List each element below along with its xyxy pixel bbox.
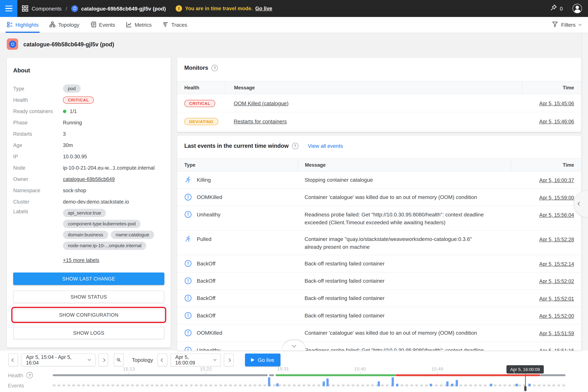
time-travel-banner: ! You are in time travel mode. Go live [176,5,272,12]
time-next-button[interactable] [224,354,234,366]
event-type: BackOff [197,260,216,266]
health-segment [276,374,396,376]
event-time-link[interactable]: Apr 5, 16:00:37 [539,178,574,183]
about-row-namespace: Namespace sock-shop [13,186,164,194]
event-message: Container 'catalogue' was killed due to … [298,193,511,201]
time-marker-handle[interactable] [524,386,526,391]
event-row: BackOff Back-off restarting failed conta… [177,272,581,290]
timeline-events-label: Events [8,382,24,388]
event-type: OOMKilled [197,330,222,336]
tab-traces[interactable]: Traces [163,17,187,33]
breadcrumb-components[interactable]: Components [32,6,62,12]
owner-link[interactable]: catalogue-69b58cb649 [63,176,115,182]
event-time-link[interactable]: Apr 5, 15:51:16 [539,348,574,350]
monitor-health-badge: CRITICAL [184,100,215,107]
tab-highlights[interactable]: Highlights [7,17,39,33]
zoom-out-button[interactable] [114,354,124,366]
about-actions: SHOW LAST CHANGE SHOW STATUS SHOW CONFIG… [13,272,164,339]
avatar[interactable] [572,4,582,13]
events-help-icon[interactable]: ? [292,142,298,149]
about-row-node: Node ip-10-0-21-204.eu-w...1.compute.int… [13,164,164,172]
event-bar [378,382,380,386]
event-time-link[interactable]: Apr 5, 15:52:00 [539,313,574,319]
monitor-message-link[interactable]: Restarts for containers [234,118,287,124]
event-type: BackOff [197,312,216,318]
go-live-link[interactable]: Go live [255,6,272,11]
view-all-events-link[interactable]: View all events [308,143,343,149]
event-type: OOMKilled [197,194,222,200]
filter-funnel-icon [552,22,558,28]
event-row: Pulled Container image "quay.io/stacksta… [177,231,581,255]
about-title: About [13,67,164,74]
hamburger-menu-button[interactable] [0,0,17,17]
event-type-icon [184,294,192,302]
event-time-link[interactable]: Apr 5, 15:51:59 [539,330,574,336]
current-time-dropdown[interactable]: Apr 5, 16:00:09 [170,354,221,366]
label-pill: component-type:kubernetes-pod [63,220,140,228]
event-time-link[interactable]: Apr 5, 15:52:28 [539,237,574,242]
tab-topology[interactable]: Topology [50,17,80,33]
filters-button[interactable]: Filters [552,17,581,33]
about-card: About Type pod Health CRITICAL Ready con… [7,58,171,348]
events-icon [90,21,96,28]
about-row-labels: Labels api_service:truecomponent-type:ku… [13,209,164,250]
time-prev-button[interactable] [158,354,167,366]
tab-metrics[interactable]: Metrics [126,17,152,33]
event-type-icon [184,176,192,184]
timeline-tick-label: 15:31 [277,366,289,372]
event-time-link[interactable]: Apr 5, 15:52:02 [539,278,574,284]
event-bar [451,384,454,386]
health-segment [396,374,540,376]
context-label: Topology [132,357,153,363]
show-logs-button[interactable]: SHOW LOGS [13,327,164,339]
about-row-cluster: Cluster demo-dev.demo.stackstate.io [13,198,164,206]
event-row: BackOff Back-off restarting failed conta… [177,307,581,324]
event-message: Container 'catalogue' was killed due to … [298,329,511,337]
chevron-down-icon [213,358,216,361]
chevron-left-icon [578,202,582,206]
tab-events[interactable]: Events [90,17,115,33]
event-type-icon [184,260,192,267]
event-time-link[interactable]: Apr 5, 15:52:14 [539,261,574,267]
label-pill: name:catalogue [111,231,154,239]
label-pill: api_service:true [63,209,106,217]
highlights-icon [7,21,13,28]
tab-label: Traces [171,22,187,28]
event-message: Back-off restarting failed container [298,260,511,268]
time-marker-tooltip: Apr 5, 16:00:09 [506,365,544,374]
type-pill: pod [63,84,80,93]
monitors-help-icon[interactable]: ? [212,65,218,71]
show-last-change-button[interactable]: SHOW LAST CHANGE [13,272,164,285]
monitor-message-link[interactable]: OOM Killed (catalogue) [234,100,288,106]
main-content: catalogue-69b58cb649-gjl5v (pod) About T… [0,33,588,350]
event-bar [326,378,328,386]
event-time-link[interactable]: Apr 5, 15:59:00 [539,195,574,200]
show-status-button[interactable]: SHOW STATUS [13,290,164,303]
go-live-button[interactable]: Go live [245,354,280,366]
label-pills: api_service:truecomponent-type:kubernete… [63,209,164,250]
event-message: Back-off restarting failed container [298,277,511,285]
topbar-actions: 0 [550,4,588,13]
tab-label: Metrics [135,22,152,28]
topology-icon [50,21,56,28]
event-time-link[interactable]: Apr 5, 15:52:01 [539,296,574,302]
health-segment [53,374,268,376]
time-range-dropdown[interactable]: Apr 5, 15:04 - Apr 5, 16:04 [21,354,95,366]
timeline-tick-label: 15:40 [354,366,366,372]
more-labels-link[interactable]: +15 more labels [63,258,99,263]
range-next-button[interactable] [98,354,108,366]
timeline-tick [437,372,438,374]
event-bar [430,384,432,386]
traces-icon [163,21,169,28]
monitor-row: CRITICAL OOM Killed (catalogue) Apr 5, 1… [177,94,581,112]
event-type: Pulled [197,236,212,242]
health-help-icon[interactable]: ? [26,372,33,378]
monitor-time-link[interactable]: Apr 5, 15:46:06 [539,118,574,124]
range-prev-button[interactable] [8,354,18,366]
show-configuration-button[interactable]: SHOW CONFIGURATION [13,309,164,321]
monitors-card: Monitors ? Health Message Time CRITICAL [177,58,581,132]
tab-bar: Highlights Topology Events Metrics Trace… [0,17,588,33]
event-time-link[interactable]: Apr 5, 15:56:04 [539,212,574,218]
pin-icon[interactable] [550,4,557,13]
monitor-time-link[interactable]: Apr 5, 15:45:06 [539,100,574,106]
